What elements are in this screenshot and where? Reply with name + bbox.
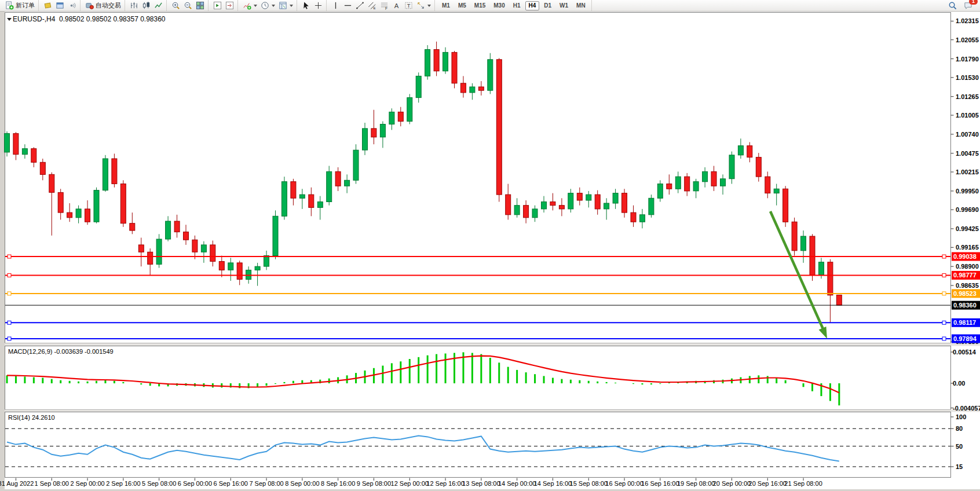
- timeframe-m15-button[interactable]: M15: [471, 1, 489, 10]
- toolbar-tile-windows-button[interactable]: [194, 1, 206, 10]
- toolbar-trendline-button[interactable]: [354, 1, 366, 10]
- toolbar-group: 自动交易: [82, 0, 125, 11]
- toolbar-text-label-button[interactable]: T: [403, 1, 415, 10]
- toolbar-arrows-button[interactable]: [415, 1, 433, 10]
- time-axis-label: 12 Sep 00:00: [391, 480, 429, 487]
- toolbar-vertical-line-button[interactable]: [330, 1, 342, 10]
- time-axis-label: 19 Sep 08:00: [677, 480, 715, 487]
- indicators-icon: [243, 1, 251, 10]
- auto-scroll-icon: [213, 1, 222, 10]
- time-axis-label: 15 Sep 08:00: [570, 480, 608, 487]
- time-axis-label: 13 Sep 08:00: [462, 480, 500, 487]
- toolbar-group: EFAT: [328, 0, 435, 11]
- line-handle[interactable]: [8, 255, 11, 258]
- line-handle[interactable]: [8, 273, 11, 277]
- toolbar-zoom-in-button[interactable]: [170, 1, 182, 10]
- line-handle[interactable]: [942, 255, 946, 258]
- bar-chart-icon: [130, 1, 138, 10]
- time-axis-label: 14 Sep 00:00: [498, 480, 536, 487]
- notification-badge: 1: [969, 0, 978, 5]
- line-handle[interactable]: [942, 292, 946, 295]
- macd-axis-tick: -0.004057: [953, 405, 980, 412]
- time-axis-label: 31 Aug 2022: [0, 480, 34, 487]
- toolbar-chat-button[interactable]: 1: [962, 1, 974, 10]
- chevron-down-icon[interactable]: [290, 5, 293, 7]
- timeframe-m5-button[interactable]: M5: [455, 1, 470, 10]
- crosshair-icon: [314, 1, 323, 10]
- line-handle[interactable]: [942, 321, 946, 324]
- time-axis-label: 8 Sep 00:00: [285, 480, 319, 487]
- price-axis-tick: 1.00740: [956, 131, 979, 138]
- timeframe-mn-button[interactable]: MN: [573, 1, 589, 10]
- toolbar-bar-chart-button[interactable]: [128, 1, 140, 10]
- toolbar-cursor-button[interactable]: [300, 1, 312, 10]
- chevron-down-icon[interactable]: [272, 5, 275, 7]
- toolbar-group: [210, 0, 238, 11]
- chevron-down-icon[interactable]: [254, 5, 257, 7]
- toolbar-line-chart-button[interactable]: [152, 1, 164, 10]
- sound-icon: [68, 1, 76, 10]
- collapse-chart-icon[interactable]: [7, 18, 12, 21]
- time-axis-label: 8 Sep 16:00: [321, 480, 355, 487]
- vertical-line-icon: [331, 1, 340, 10]
- timeframe-d1-button[interactable]: D1: [540, 1, 555, 10]
- panel-splitter[interactable]: [5, 343, 980, 346]
- toolbar-sound-button[interactable]: [66, 1, 78, 10]
- panel-splitter[interactable]: [5, 410, 980, 412]
- toolbar-crosshair-button[interactable]: [312, 1, 324, 10]
- line-handle[interactable]: [942, 337, 946, 340]
- toolbar-text-button[interactable]: A: [390, 1, 403, 10]
- timeframe-m1-button[interactable]: M1: [438, 1, 454, 10]
- price-axis-tick: 1.01265: [956, 93, 979, 100]
- toolbar-auto-scroll-button[interactable]: [211, 1, 224, 10]
- toolbar-search-button[interactable]: [946, 1, 959, 10]
- toolbar-candlestick-chart-button[interactable]: [140, 1, 152, 10]
- trendline-icon: [356, 1, 364, 10]
- time-axis-label: 16 Sep 16:00: [641, 480, 679, 487]
- terminal-icon: [56, 1, 64, 10]
- time-axis-label: 1 Sep 08:00: [35, 480, 69, 487]
- toolbar-zoom-out-button[interactable]: [182, 1, 194, 10]
- price-label-text: 0.98117: [953, 319, 976, 326]
- timeframe-h1-button[interactable]: H1: [510, 1, 524, 10]
- toolbar-terminal-button[interactable]: [54, 1, 66, 10]
- price-axis-tick: 1.02055: [956, 36, 979, 43]
- rsi-panel-area[interactable]: [5, 412, 951, 478]
- timeframe-h4-button[interactable]: H4: [525, 1, 540, 10]
- price-axis-tick: 1.01790: [956, 56, 979, 63]
- toolbar-autotrade-button[interactable]: 自动交易: [83, 1, 123, 10]
- svg-text:T: T: [407, 3, 411, 9]
- toolbar-templates-button[interactable]: [277, 1, 295, 10]
- toolbar-fibonacci-button[interactable]: F: [378, 1, 390, 10]
- chevron-down-icon[interactable]: [427, 5, 431, 7]
- main-toolbar: 新订单自动交易EFATM1M5M15M30H1H4D1W1MN1: [0, 0, 980, 12]
- time-axis[interactable]: 31 Aug 20221 Sep 08:002 Sep 00:002 Sep 1…: [0, 478, 822, 488]
- price-label-text: 0.97894: [953, 335, 977, 342]
- price-label-text: 0.98777: [953, 272, 977, 279]
- time-axis-label: 20 Sep 16:00: [749, 480, 787, 487]
- chart-window[interactable]: 1.023151.020551.017901.015301.012651.010…: [0, 0, 980, 491]
- toolbar-horizontal-line-button[interactable]: [342, 1, 354, 10]
- line-handle[interactable]: [8, 321, 11, 324]
- toolbar-indicators-button[interactable]: [241, 1, 259, 10]
- text-icon: A: [392, 1, 401, 10]
- line-handle[interactable]: [8, 292, 11, 295]
- toolbar-chart-profile-button[interactable]: [42, 1, 54, 10]
- toolbar-new-order-button[interactable]: 新订单: [3, 1, 36, 10]
- line-handle[interactable]: [942, 273, 946, 277]
- cursor-icon: [302, 1, 310, 10]
- toolbar-equidistant-channel-button[interactable]: E: [366, 1, 378, 10]
- timeframe-w1-button[interactable]: W1: [556, 1, 572, 10]
- toolbar-group: 新订单: [2, 0, 39, 11]
- toolbar-right-tools: 1: [946, 1, 980, 10]
- line-handle[interactable]: [8, 337, 11, 340]
- search-icon: [948, 1, 957, 10]
- rsi-axis-tick: 80: [956, 425, 963, 432]
- timeframe-group: M1M5M15M30H1H4D1W1MN: [436, 0, 592, 11]
- toolbar-chart-shift-button[interactable]: [224, 1, 236, 10]
- price-axis-tick: 0.99425: [956, 225, 979, 232]
- timeframe-m30-button[interactable]: M30: [490, 1, 508, 10]
- toolbar-periods-button[interactable]: [259, 1, 277, 10]
- price-axis-tick: 0.98635: [956, 282, 979, 289]
- rsi-axis-tick: 50: [956, 443, 963, 450]
